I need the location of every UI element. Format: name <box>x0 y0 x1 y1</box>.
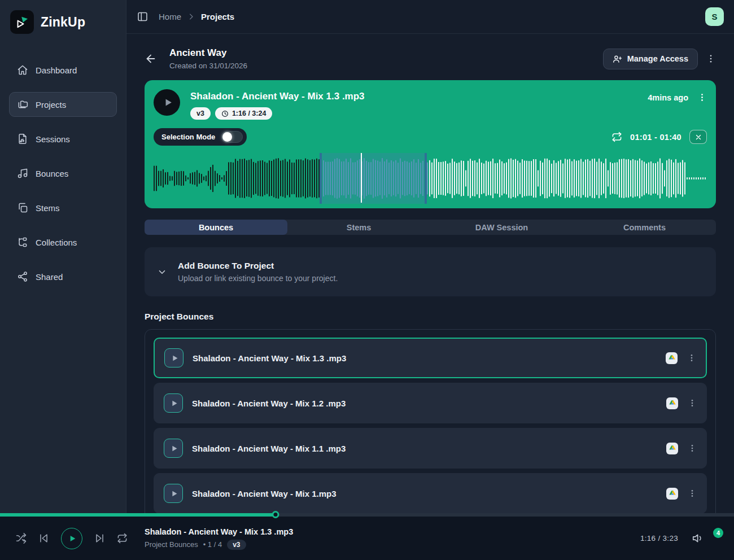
shuffle-icon[interactable] <box>16 533 27 544</box>
sidebar-item-icon <box>17 99 28 110</box>
waveform[interactable] <box>154 153 707 204</box>
sidebar-item-label: Dashboard <box>36 65 77 75</box>
row-play-button[interactable] <box>164 348 184 368</box>
google-drive-icon[interactable] <box>666 397 678 409</box>
last-updated-text: 4mins ago <box>648 93 688 102</box>
breadcrumb: Home Projects <box>159 12 234 21</box>
next-track-icon[interactable] <box>94 533 105 544</box>
sidebar-item-label: Collections <box>36 238 77 247</box>
sidebar-item-label: Shared <box>36 272 63 282</box>
google-drive-icon[interactable] <box>666 488 678 500</box>
play-icon <box>170 399 178 408</box>
back-arrow-icon[interactable] <box>145 53 157 65</box>
bounce-title: Shaladon - Ancient Way - Mix 1.1 .mp3 <box>192 444 666 453</box>
sidebar-item-label: Projects <box>36 100 66 110</box>
bounce-title: Shaladon - Ancient Way - Mix 1.mp3 <box>192 489 666 498</box>
time-badge-text: 1:16 / 3:24 <box>232 110 266 117</box>
app-logo[interactable]: ZinkUp <box>10 10 117 34</box>
chevron-down-icon <box>157 267 167 277</box>
sidebar-item-icon <box>17 64 28 76</box>
player-play-button[interactable] <box>61 528 82 549</box>
bottom-player-bar: Shaladon - Ancient Way - Mix 1.3 .mp3 Pr… <box>0 515 734 560</box>
google-drive-icon[interactable] <box>666 352 678 364</box>
row-menu-kebab-icon[interactable] <box>688 489 697 498</box>
breadcrumb-current: Projects <box>201 12 234 21</box>
seek-bar-knob[interactable] <box>272 511 279 518</box>
bounce-row[interactable]: Shaladon - Ancient Way - Mix 1.mp3 <box>154 473 707 514</box>
sidebar-item-icon <box>17 271 28 282</box>
selection-mode-label: Selection Mode <box>161 133 215 141</box>
sidebar-item[interactable]: Dashboard <box>9 58 117 82</box>
row-play-button[interactable] <box>164 439 183 458</box>
sidebar: ZinkUp Dashboard Projects Sessions <box>0 0 126 515</box>
add-bounce-card[interactable]: Add Bounce To Project Upload or link exi… <box>145 247 716 296</box>
tab-label: Bounces <box>199 223 233 232</box>
app-name: ZinkUp <box>41 15 85 30</box>
manage-access-button[interactable]: Manage Access <box>603 49 698 69</box>
bounce-row[interactable]: Shaladon - Ancient Way - Mix 1.3 .mp3 <box>154 338 707 378</box>
tab[interactable]: Stems <box>287 220 430 235</box>
queue-count-badge: 4 <box>713 528 723 538</box>
chevron-right-icon <box>187 12 195 21</box>
sidebar-item-label: Stems <box>36 203 60 213</box>
tab-label: DAW Session <box>475 223 528 232</box>
version-badge: v3 <box>190 107 211 120</box>
time-badge: 1:16 / 3:24 <box>215 107 272 120</box>
row-menu-kebab-icon[interactable] <box>688 444 697 453</box>
row-menu-kebab-icon[interactable] <box>687 353 696 362</box>
sidebar-item[interactable]: Bounces <box>9 161 117 186</box>
player-time-display: 1:16 / 3:23 <box>640 534 678 542</box>
seek-bar[interactable] <box>0 513 734 517</box>
card-play-button[interactable] <box>154 89 180 116</box>
selection-close-button[interactable] <box>689 130 707 144</box>
repeat-icon[interactable] <box>117 533 128 544</box>
row-play-button[interactable] <box>164 393 183 413</box>
bounce-row[interactable]: Shaladon - Ancient Way - Mix 1.2 .mp3 <box>154 383 707 423</box>
player-version-badge: v3 <box>227 540 246 550</box>
user-avatar[interactable]: S <box>705 7 724 26</box>
page-content: Ancient Way Created on 31/01/2026 Manage… <box>126 34 734 515</box>
transport-controls <box>16 528 128 549</box>
sidebar-item-label: Sessions <box>36 134 70 144</box>
app-logo-icon <box>10 10 34 34</box>
clock-icon <box>221 110 229 117</box>
tab-label: Comments <box>623 223 666 232</box>
bounce-row[interactable]: Shaladon - Ancient Way - Mix 1.1 .mp3 <box>154 428 707 469</box>
play-icon <box>163 97 173 108</box>
tab-label: Stems <box>347 223 372 232</box>
add-bounce-subtitle: Upload or link existing bounce to your p… <box>178 274 338 283</box>
main-area: Home Projects S Ancient Way Created on 3… <box>126 0 734 515</box>
row-play-button[interactable] <box>164 484 183 503</box>
waveform-playhead[interactable] <box>361 153 362 203</box>
sidebar-item[interactable]: Sessions <box>9 126 117 151</box>
google-drive-icon[interactable] <box>666 443 678 454</box>
waveform-selection-region[interactable] <box>320 153 427 204</box>
player-track-title: Shaladon - Ancient Way - Mix 1.3 .mp3 <box>145 527 293 536</box>
volume-icon[interactable] <box>692 532 704 544</box>
play-icon <box>171 354 179 362</box>
card-menu-kebab-icon[interactable] <box>697 93 707 102</box>
sidebar-item[interactable]: Collections <box>9 230 117 255</box>
loop-icon[interactable] <box>611 132 622 142</box>
tab[interactable]: DAW Session <box>430 220 573 235</box>
selection-mode-control[interactable]: Selection Mode <box>154 128 247 146</box>
bounce-title: Shaladon - Ancient Way - Mix 1.3 .mp3 <box>193 353 666 363</box>
project-bounces-heading: Project Bounces <box>145 312 716 322</box>
waveform-canvas[interactable] <box>154 157 707 200</box>
manage-access-label: Manage Access <box>627 54 688 63</box>
sidebar-item[interactable]: Projects <box>9 92 117 117</box>
user-plus-icon <box>613 54 622 64</box>
selection-mode-toggle[interactable] <box>221 131 243 143</box>
previous-track-icon[interactable] <box>38 533 49 544</box>
tab[interactable]: Comments <box>573 220 716 235</box>
tab[interactable]: Bounces <box>145 220 287 235</box>
breadcrumb-home[interactable]: Home <box>159 12 181 21</box>
sidebar-item[interactable]: Shared <box>9 264 117 289</box>
row-menu-kebab-icon[interactable] <box>688 399 697 408</box>
sidebar-item[interactable]: Stems <box>9 195 117 220</box>
seek-bar-fill <box>0 513 276 517</box>
now-playing-info: Shaladon - Ancient Way - Mix 1.3 .mp3 Pr… <box>145 527 293 550</box>
project-menu-kebab-icon[interactable] <box>706 54 716 64</box>
sidebar-toggle-icon[interactable] <box>137 11 148 23</box>
project-header: Ancient Way Created on 31/01/2026 Manage… <box>145 47 716 70</box>
